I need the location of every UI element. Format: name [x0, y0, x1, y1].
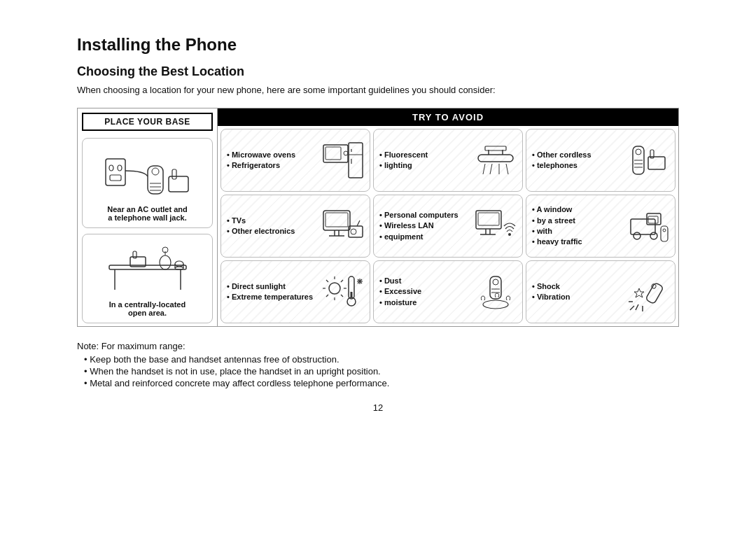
avoid-icon-dust	[475, 271, 517, 313]
base-cell-2-caption: In a centrally-locatedopen area.	[109, 300, 186, 317]
avoid-text-computer: Personal computers Wireless LAN equipmen…	[379, 210, 470, 242]
avoid-cell-fluorescent: Fluorescent lighting	[373, 129, 523, 192]
avoid-icon-tv	[322, 205, 364, 247]
svg-point-58	[508, 233, 511, 236]
svg-rect-59	[631, 219, 655, 234]
base-cell-central: In a centrally-locatedopen area.	[82, 234, 213, 324]
avoid-text-fluorescent: Fluorescent lighting	[379, 150, 470, 171]
base-cells: Near an AC outlet anda telephone wall ja…	[78, 135, 217, 326]
svg-rect-10	[172, 169, 176, 179]
avoid-text-microwave: Microwave ovens Refrigerators	[227, 150, 318, 171]
svg-point-25	[344, 151, 348, 155]
location-grid: PLACE YOUR BASE	[77, 108, 679, 327]
ac-outlet-icon	[102, 148, 193, 197]
central-icon	[102, 244, 193, 293]
page-number: 12	[77, 402, 679, 413]
note-item: Keep both the base and handset antennas …	[84, 354, 679, 365]
svg-line-34	[506, 164, 508, 174]
svg-line-73	[341, 280, 343, 282]
svg-rect-3	[110, 175, 121, 181]
page-title: Installing the Phone	[77, 35, 679, 55]
svg-line-52	[357, 220, 360, 226]
place-base-header: PLACE YOUR BASE	[82, 113, 213, 131]
avoid-icon-cordless	[627, 139, 669, 181]
ac-outlet-icon-area	[88, 144, 206, 202]
svg-rect-26	[349, 143, 363, 178]
svg-rect-4	[148, 166, 163, 194]
avoid-icon-window	[627, 205, 669, 247]
page: Installing the Phone Choosing the Best L…	[42, 14, 714, 434]
svg-rect-38	[648, 157, 665, 169]
notes-header: Note: For maximum range:	[77, 341, 679, 351]
svg-point-83	[493, 279, 498, 285]
svg-point-61	[634, 232, 640, 239]
svg-point-51	[351, 229, 356, 234]
svg-point-19	[175, 261, 183, 267]
avoid-text-tv: TVs Other electronics	[227, 216, 318, 237]
svg-line-89	[630, 306, 634, 310]
avoid-icon-sunlight	[322, 271, 364, 313]
notes-list: Keep both the base and handset antennas …	[77, 354, 679, 388]
note-item: When the handset is not in use, place th…	[84, 366, 679, 377]
intro-text: When choosing a location for your new ph…	[77, 85, 679, 95]
svg-point-41	[636, 149, 641, 155]
avoid-text-dust: Dust Excessive moisture	[379, 276, 470, 308]
avoid-cell-shock: Shock Vibration	[526, 260, 676, 323]
central-icon-area	[88, 240, 206, 298]
svg-rect-46	[326, 213, 348, 227]
avoid-cell-dust: Dust Excessive moisture	[373, 260, 523, 323]
svg-rect-45	[323, 211, 350, 230]
try-avoid-header: TRY TO AVOID	[218, 108, 678, 126]
svg-point-65	[663, 229, 666, 232]
place-base-column: PLACE YOUR BASE	[78, 108, 218, 326]
avoid-cell-microwave: Microwave ovens Refrigerators	[220, 129, 370, 192]
svg-point-5	[152, 168, 159, 175]
base-cell-ac-outlet: Near an AC outlet anda telephone wall ja…	[82, 138, 213, 228]
avoid-cell-window: A window by a street with heavy traffic	[526, 195, 676, 258]
svg-point-16	[160, 255, 171, 269]
svg-line-32	[490, 164, 492, 174]
svg-line-74	[326, 295, 328, 297]
avoid-cell-cordless: Other cordless telephones	[526, 129, 676, 192]
avoid-text-sunlight: Direct sunlight Extreme temperatures	[227, 281, 318, 303]
avoid-icon-computer	[475, 205, 517, 247]
svg-line-90	[636, 304, 638, 310]
svg-rect-54	[478, 213, 499, 225]
notes-section: Note: For maximum range: Keep both the b…	[77, 341, 679, 388]
section-title: Choosing the Best Location	[77, 64, 679, 79]
svg-point-86	[483, 300, 508, 309]
svg-point-2	[118, 165, 122, 171]
avoid-text-window: A window by a street with heavy traffic	[532, 204, 623, 248]
svg-point-62	[650, 232, 657, 239]
base-cell-1-caption: Near an AC outlet anda telephone wall ja…	[107, 205, 188, 222]
avoid-cell-sunlight: Direct sunlight Extreme temperatures	[220, 260, 370, 323]
svg-rect-0	[106, 159, 125, 185]
svg-line-31	[483, 164, 485, 174]
svg-point-1	[109, 165, 113, 171]
try-avoid-column: TRY TO AVOID Microwave ovens Refrigerato…	[218, 108, 678, 326]
avoid-icon-fluorescent	[475, 139, 517, 181]
svg-rect-53	[476, 211, 501, 229]
avoid-icon-microwave	[322, 139, 364, 181]
svg-rect-87	[645, 282, 664, 304]
avoid-cell-tv: TVs Other electronics	[220, 195, 370, 258]
svg-rect-30	[478, 155, 513, 162]
svg-rect-9	[169, 176, 188, 192]
svg-rect-82	[490, 276, 501, 299]
note-item: Metal and reinforced concrete may affect…	[84, 378, 679, 388]
avoid-text-shock: Shock Vibration	[532, 281, 623, 303]
avoid-icon-shock	[627, 271, 669, 313]
svg-line-71	[326, 280, 328, 282]
svg-point-66	[329, 283, 340, 294]
svg-rect-24	[326, 147, 341, 160]
svg-line-72	[341, 295, 343, 297]
avoid-text-cordless: Other cordless telephones	[532, 150, 623, 171]
svg-rect-63	[648, 216, 658, 223]
avoid-cell-computer: Personal computers Wireless LAN equipmen…	[373, 195, 523, 258]
svg-rect-64	[661, 226, 668, 241]
avoid-grid: Microwave ovens Refrigerators	[218, 126, 678, 326]
